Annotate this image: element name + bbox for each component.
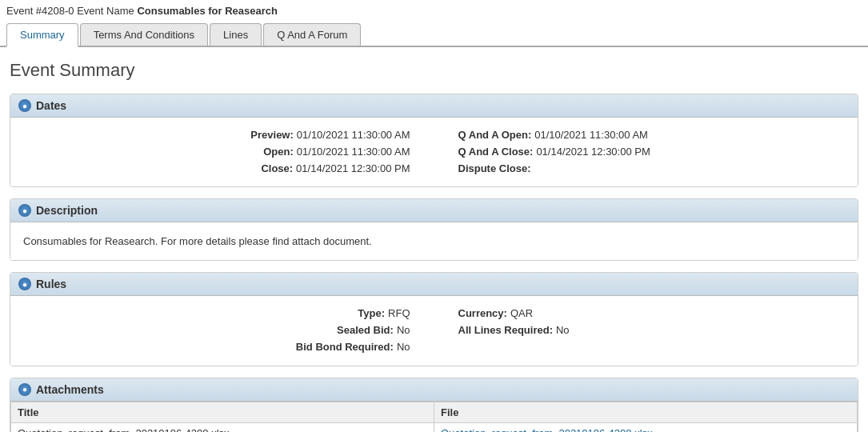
page-title: Event Summary bbox=[10, 60, 858, 81]
dates-icon: ● bbox=[18, 99, 31, 112]
currency-label: Currency: bbox=[458, 306, 507, 322]
all-lines-row: All Lines Required: No bbox=[458, 322, 570, 339]
dates-title: Dates bbox=[36, 99, 66, 112]
attachments-header: ● Attachments bbox=[10, 378, 858, 402]
page-header: Event #4208-0 Event Name Consumables for… bbox=[0, 0, 868, 22]
dispute-close-row: Dispute Close: bbox=[458, 161, 534, 178]
content-area: Event Summary ● Dates Preview: 01/10/202… bbox=[0, 47, 868, 432]
attachment-link[interactable]: Quotation_request_from_20210106-4208.xls… bbox=[441, 427, 653, 432]
description-section: ● Description Consumables for Reasearch.… bbox=[10, 198, 858, 261]
event-prefix: Event # bbox=[6, 5, 42, 17]
qa-close-value: 01/14/2021 12:30:00 PM bbox=[536, 144, 650, 161]
tab-terms[interactable]: Terms And Conditions bbox=[80, 23, 208, 46]
attachments-table: Title File Quotation_request_from_202101… bbox=[10, 402, 858, 432]
description-body: Consumables for Reasearch. For more deta… bbox=[10, 222, 858, 260]
type-row: Type: RFQ bbox=[358, 306, 410, 322]
dispute-close-label: Dispute Close: bbox=[458, 161, 531, 178]
dates-body: Preview: 01/10/2021 11:30:00 AM Open: 01… bbox=[10, 118, 858, 186]
all-lines-value: No bbox=[556, 322, 570, 339]
rules-icon: ● bbox=[18, 278, 31, 290]
rules-title: Rules bbox=[36, 278, 66, 290]
open-value: 01/10/2021 11:30:00 AM bbox=[297, 144, 410, 161]
currency-value: QAR bbox=[510, 306, 533, 322]
event-number: 4208-0 bbox=[42, 5, 74, 17]
close-value: 01/14/2021 12:30:00 PM bbox=[296, 161, 410, 178]
tab-summary[interactable]: Summary bbox=[6, 23, 78, 47]
col-file: File bbox=[434, 402, 858, 422]
tab-qforum[interactable]: Q And A Forum bbox=[263, 23, 361, 46]
preview-value: 01/10/2021 11:30:00 AM bbox=[297, 127, 410, 144]
bid-bond-value: No bbox=[397, 339, 410, 356]
attachments-icon: ● bbox=[18, 383, 31, 396]
qa-open-value: 01/10/2021 11:30:00 AM bbox=[534, 127, 648, 144]
type-label: Type: bbox=[358, 306, 385, 322]
attachment-row: Quotation_request_from_20210106-4208.xls… bbox=[11, 422, 858, 432]
sealed-bid-row: Sealed Bid: No bbox=[337, 322, 410, 339]
dates-section: ● Dates Preview: 01/10/2021 11:30:00 AM … bbox=[10, 94, 858, 187]
qa-close-label: Q And A Close: bbox=[458, 144, 534, 161]
close-row: Close: 01/14/2021 12:30:00 PM bbox=[261, 161, 410, 178]
bid-bond-row: Bid Bond Required: No bbox=[296, 339, 410, 356]
sealed-bid-value: No bbox=[397, 322, 410, 339]
open-row: Open: 01/10/2021 11:30:00 AM bbox=[263, 144, 410, 161]
description-header: ● Description bbox=[10, 199, 858, 222]
event-name-label: Event Name bbox=[77, 5, 137, 17]
attachments-section: ● Attachments Title File Quotation_reque… bbox=[10, 378, 858, 432]
preview-row: Preview: 01/10/2021 11:30:00 AM bbox=[250, 127, 410, 144]
description-title: Description bbox=[36, 204, 98, 217]
type-value: RFQ bbox=[388, 306, 410, 322]
tabs-bar: Summary Terms And Conditions Lines Q And… bbox=[0, 23, 868, 47]
attachment-title: Quotation_request_from_20210106-4208.xls… bbox=[11, 422, 434, 432]
open-label: Open: bbox=[263, 144, 294, 161]
rules-body: Type: RFQ Sealed Bid: No Bid Bond Requir… bbox=[10, 296, 858, 365]
dates-header: ● Dates bbox=[10, 94, 858, 118]
bid-bond-label: Bid Bond Required: bbox=[296, 339, 394, 356]
event-name: Consumables for Reasearch bbox=[137, 5, 278, 17]
preview-label: Preview: bbox=[250, 127, 293, 144]
all-lines-label: All Lines Required: bbox=[458, 322, 553, 339]
qa-open-row: Q And A Open: 01/10/2021 11:30:00 AM bbox=[458, 127, 648, 144]
tab-lines[interactable]: Lines bbox=[210, 23, 262, 46]
attachment-file: Quotation_request_from_20210106-4208.xls… bbox=[434, 422, 858, 432]
description-icon: ● bbox=[18, 204, 31, 217]
currency-row: Currency: QAR bbox=[458, 306, 534, 322]
col-title: Title bbox=[11, 402, 434, 422]
rules-header: ● Rules bbox=[10, 273, 858, 296]
qa-open-label: Q And A Open: bbox=[458, 127, 532, 144]
attachments-body: Title File Quotation_request_from_202101… bbox=[10, 402, 858, 432]
close-label: Close: bbox=[261, 161, 293, 178]
attachments-title: Attachments bbox=[36, 383, 104, 396]
description-text: Consumables for Reasearch. For more deta… bbox=[23, 232, 845, 250]
qa-close-row: Q And A Close: 01/14/2021 12:30:00 PM bbox=[458, 144, 650, 161]
sealed-bid-label: Sealed Bid: bbox=[337, 322, 394, 339]
rules-section: ● Rules Type: RFQ Sealed Bid: No Bid Bon… bbox=[10, 272, 858, 366]
